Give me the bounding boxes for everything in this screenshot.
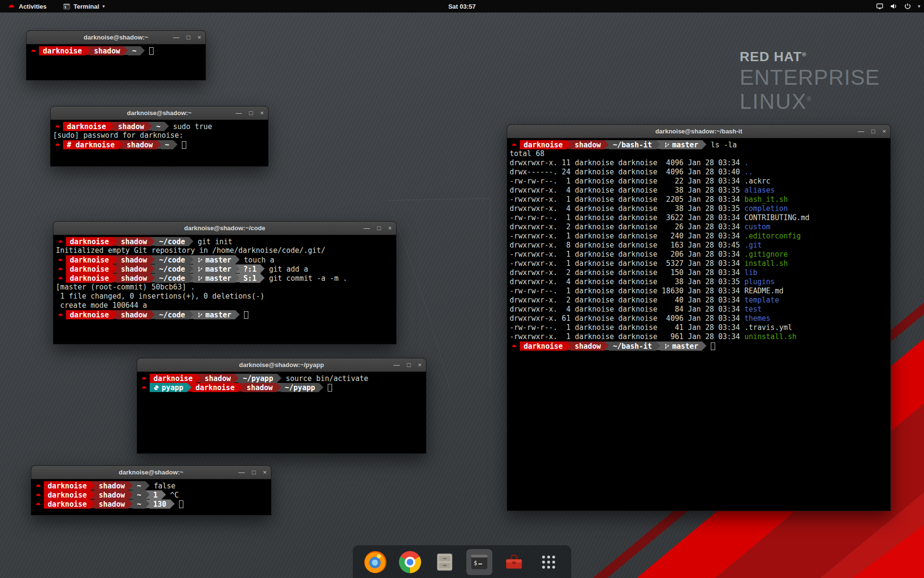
output-text: drwxrwxr-x. 4 darknoise darknoise 38 Jan… (510, 277, 744, 286)
terminal-line: create mode 100644 a (56, 301, 394, 310)
powerline-separator (113, 274, 117, 282)
window-titlebar[interactable]: darknoise@shadow:~/code — □ × (53, 222, 396, 235)
terminal-content[interactable]: darknoiseshadow~/pyappsource bin/activat… (137, 372, 426, 394)
prompt-segment-path: ~/bash-it (609, 342, 655, 351)
terminal-content[interactable]: darknoiseshadow~/bash-itmasterls -latota… (507, 138, 890, 353)
firefox-icon[interactable] (362, 549, 388, 575)
redhat-icon (511, 140, 517, 149)
output-text: test (744, 305, 762, 314)
minimize-button[interactable]: — (394, 362, 400, 368)
window-titlebar[interactable]: darknoise@shadow:~ — □ × (51, 106, 268, 120)
powerline-separator (118, 140, 123, 149)
terminal-content[interactable]: darknoiseshadow~ (26, 44, 205, 57)
clock[interactable]: Sat 03:57 (448, 0, 475, 13)
output-text: completion (744, 204, 788, 213)
redhat-branding: RED HAT® ENTERPRISE LINUX® (740, 49, 880, 114)
window-title: darknoise@shadow:~ (119, 469, 183, 476)
powerline-separator (277, 383, 281, 392)
terminal-cursor (149, 47, 154, 55)
close-button[interactable]: × (263, 469, 267, 475)
maximize-button[interactable]: □ (377, 225, 381, 231)
activities-button[interactable]: Activities (5, 0, 50, 13)
terminal-line: -rw-rw-r--. 1 darknoise darknoise 18630 … (510, 287, 888, 296)
maximize-button[interactable]: □ (872, 128, 875, 134)
redhat-icon (511, 342, 517, 351)
close-button[interactable]: × (388, 225, 392, 231)
prompt-segment-path: ~/pyapp (239, 374, 277, 383)
output-text: -rwxrwxr-x. 1 darknoise darknoise 206 Ja… (510, 250, 744, 259)
terminal-content[interactable]: darknoiseshadow~sudo true[sudo] password… (51, 120, 268, 151)
prompt-segment-host: shadow (117, 310, 151, 319)
powerline-separator (113, 310, 117, 319)
file-manager-icon[interactable] (432, 549, 458, 575)
terminal-line: -rw-rw-r--. 1 darknoise darknoise 3622 J… (510, 213, 888, 223)
window-titlebar[interactable]: darknoise@shadow:~/pyapp — □ × (137, 358, 426, 372)
powerline-separator (128, 499, 133, 508)
window-titlebar[interactable]: darknoise@shadow:~ — □ × (26, 31, 205, 44)
terminal-line: drwxrwxr-x. 2 darknoise darknoise 40 Jan… (510, 296, 888, 305)
powerline-separator (189, 264, 193, 273)
output-text: -rw-rw-r--. 1 darknoise darknoise 22 Jan… (510, 177, 744, 185)
powerline-separator (151, 264, 155, 273)
powerline-separator (165, 122, 169, 131)
terminal-icon: $ (63, 3, 70, 10)
dock: $ (353, 545, 571, 578)
terminal-content[interactable]: darknoiseshadow~/codegit initInitialized… (53, 235, 396, 321)
command-text: false (154, 481, 176, 490)
command-text: git init (198, 237, 232, 246)
window-title: darknoise@shadow:~/pyapp (239, 361, 324, 368)
output-text: drwxrwxr-x. 4 darknoise darknoise 84 Jan… (510, 305, 744, 314)
minimize-button[interactable]: — (239, 469, 245, 475)
terminal-line: darknoiseshadow~/codemaster?:1git add a (56, 264, 394, 274)
close-button[interactable]: × (418, 362, 422, 368)
powerline-separator (566, 140, 571, 149)
powerline-separator (151, 237, 155, 246)
prompt-segment-user: darknoise (39, 46, 86, 55)
terminal-line: darknoiseshadow~1^C (34, 490, 269, 499)
terminal-line: drwxrwxr-x. 4 darknoise darknoise 84 Jan… (510, 305, 888, 314)
google-chrome-icon[interactable] (397, 549, 423, 575)
maximize-button[interactable]: □ (187, 34, 191, 40)
brand-line1: RED HAT (740, 49, 802, 64)
terminal-cursor (179, 500, 183, 508)
command-text: touch a (244, 255, 274, 264)
window-title: darknoise@shadow:~ (127, 109, 192, 117)
close-button[interactable]: × (882, 128, 886, 134)
maximize-button[interactable]: □ (407, 362, 411, 368)
maximize-button[interactable]: □ (252, 469, 256, 475)
prompt-segment-branch: master (660, 342, 702, 351)
app-menu[interactable]: $ Terminal ▾ (60, 0, 108, 13)
maximize-button[interactable]: □ (249, 110, 253, 116)
minimize-button[interactable]: — (858, 128, 864, 134)
window-titlebar[interactable]: darknoise@shadow:~ — □ × (31, 466, 271, 479)
prompt-segment-venv: pyapp (150, 383, 187, 392)
minimize-button[interactable]: — (173, 34, 180, 40)
system-status-area[interactable]: ▾ (876, 0, 920, 13)
toolbox-icon[interactable] (501, 549, 527, 575)
registered-mark: ® (802, 51, 807, 58)
minimize-button[interactable]: — (236, 110, 242, 116)
terminal-line: darknoiseshadow~/codemastertouch a (56, 255, 394, 264)
powerline-separator (141, 46, 145, 55)
prompt-segment-host: shadow (95, 481, 128, 490)
terminal-content[interactable]: darknoiseshadow~falsedarknoiseshadow~1^C… (31, 479, 271, 511)
terminal-line: darknoiseshadow~/codegit init (56, 237, 394, 246)
powerline-separator (656, 342, 660, 350)
minimize-button[interactable]: — (364, 225, 370, 231)
output-text: drwxrwxr-x. 11 darknoise darknoise 4096 … (510, 158, 744, 167)
output-text: -rw-rw-r--. 1 darknoise darknoise 41 Jan… (510, 323, 744, 332)
prompt-segment-user: darknoise (66, 274, 113, 283)
terminal-window-home-1: darknoise@shadow:~ — □ × darknoiseshadow… (26, 30, 206, 80)
prompt-segment-host: shadow (117, 237, 151, 246)
close-button[interactable]: × (260, 110, 264, 116)
terminal-line: -rwxrwxr-x. 1 darknoise darknoise 5327 J… (510, 259, 888, 268)
close-button[interactable]: × (197, 34, 201, 40)
app-grid-icon[interactable] (536, 549, 562, 575)
output-text: themes (744, 314, 770, 323)
output-text: drwxrwxr-x. 8 darknoise darknoise 163 Ja… (510, 241, 744, 250)
terminal-window-bash-it: darknoise@shadow:~/bash-it — □ × darknoi… (507, 124, 891, 511)
svg-text:$: $ (64, 5, 66, 9)
terminal-line: drwxrwxr-x. 2 darknoise darknoise 26 Jan… (510, 223, 888, 232)
gnome-terminal-icon[interactable]: $ (466, 549, 492, 575)
window-titlebar[interactable]: darknoise@shadow:~/bash-it — □ × (507, 125, 890, 138)
